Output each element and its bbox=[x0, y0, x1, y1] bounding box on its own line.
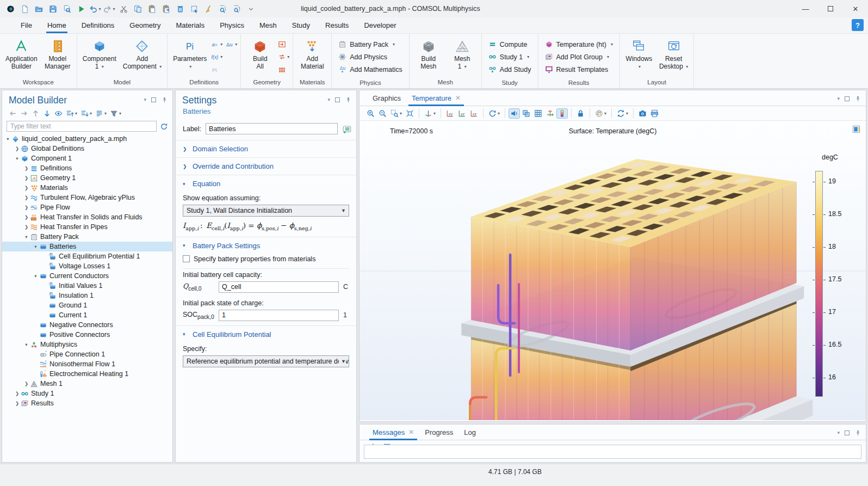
delete-button[interactable] bbox=[173, 2, 187, 16]
tree-item-global-definitions[interactable]: ❯ Global Definitions bbox=[2, 144, 172, 153]
tree-expander[interactable]: ❯ bbox=[14, 391, 21, 396]
nav-back-button[interactable] bbox=[8, 108, 18, 119]
open-button[interactable] bbox=[32, 2, 45, 16]
ribbon-model-manager-button[interactable]: ModelManager bbox=[41, 35, 75, 78]
show-button[interactable] bbox=[53, 108, 64, 119]
tree-item-electrochemical-heating-1[interactable]: *Electrochemical Heating 1 bbox=[2, 369, 172, 379]
panel-float-icon[interactable] bbox=[335, 97, 340, 102]
panel-menu-icon[interactable]: ▾ bbox=[144, 97, 146, 102]
close-button[interactable]: ✕ bbox=[843, 0, 868, 17]
messages-output-box[interactable] bbox=[364, 445, 861, 459]
new-button[interactable] bbox=[18, 2, 31, 16]
tree-item-initial-values-1[interactable]: DInitial Values 1 bbox=[2, 281, 172, 291]
panel-menu-icon[interactable]: ▾ bbox=[327, 97, 330, 102]
print-button[interactable] bbox=[649, 108, 660, 119]
tree-expander[interactable]: ❯ bbox=[23, 381, 30, 386]
tree-item-heat-transfer-in-solids-and-fluids[interactable]: ❯ Heat Transfer in Solids and Fluids bbox=[2, 212, 172, 222]
ribbon-study-1-button[interactable]: Study 1▾ bbox=[486, 51, 534, 63]
tree-expander[interactable]: ❯ bbox=[23, 165, 30, 171]
tree-expander[interactable]: ❯ bbox=[14, 401, 21, 406]
tree-item-materials[interactable]: ❯ Materials bbox=[2, 183, 172, 193]
panel-menu-icon[interactable]: ▾ bbox=[837, 96, 840, 101]
tree-item-multiphysics[interactable]: ▾ Multiphysics bbox=[2, 340, 172, 349]
palette-button[interactable]: ▾ bbox=[593, 108, 608, 119]
move-down-button[interactable] bbox=[42, 108, 52, 119]
tree-item-definitions[interactable]: ❯ Definitions bbox=[2, 163, 172, 173]
snapshot-button[interactable] bbox=[637, 108, 648, 119]
panel-float-icon[interactable] bbox=[151, 97, 156, 102]
panel-float-icon[interactable] bbox=[845, 430, 850, 435]
tree-expander[interactable]: ❯ bbox=[23, 175, 30, 181]
messages-tab-progress[interactable]: Progress bbox=[419, 425, 458, 440]
tree-expander[interactable]: ▾ bbox=[23, 342, 30, 347]
ribbon-gupdate-button[interactable]: ▾ bbox=[278, 53, 289, 61]
save-button[interactable] bbox=[46, 2, 59, 16]
ribbon-application-builder-button[interactable]: ApplicationBuilder bbox=[2, 35, 41, 78]
capacity-input[interactable] bbox=[219, 281, 339, 293]
menu-mesh[interactable]: Mesh bbox=[252, 17, 284, 33]
collapse-refresh-button[interactable] bbox=[160, 122, 168, 130]
panel-pin-icon[interactable] bbox=[854, 429, 861, 436]
zoom-box-button[interactable]: ▾ bbox=[389, 108, 404, 119]
overflow-button[interactable] bbox=[244, 2, 257, 16]
filter-button[interactable]: ▾ bbox=[109, 108, 122, 119]
label-input[interactable] bbox=[206, 123, 338, 134]
panel-pin-icon[interactable] bbox=[161, 96, 168, 103]
tree-item-study-1[interactable]: ❯ Study 1 bbox=[2, 389, 172, 398]
tree-item-turbulent-flow-algebraic-yplus[interactable]: ❯ Turbulent Flow, Algebraic yPlus bbox=[2, 193, 172, 202]
grid-button[interactable] bbox=[532, 108, 544, 119]
menu-study[interactable]: Study bbox=[284, 17, 318, 33]
find-button[interactable] bbox=[216, 2, 229, 16]
ribbon-add-physics-button[interactable]: Add Physics bbox=[336, 51, 405, 63]
ribbon-add-study-button[interactable]: Add Study bbox=[486, 63, 534, 76]
app-logo-button[interactable] bbox=[4, 2, 17, 16]
graphics-viewport[interactable]: Time=72000 s Surface: Temperature (degC) bbox=[359, 121, 866, 420]
ribbon-windows--button[interactable]: Windows ▾ bbox=[622, 35, 656, 78]
tree-expander[interactable]: ▾ bbox=[32, 273, 39, 279]
messages-tab-messages[interactable]: Messages✕ bbox=[367, 425, 419, 440]
tree-item-mesh-1[interactable]: ❯ Mesh 1 bbox=[2, 379, 172, 389]
menu-home[interactable]: Home bbox=[40, 17, 74, 33]
redo-button[interactable]: ▾ bbox=[103, 2, 116, 16]
cut-button[interactable] bbox=[117, 2, 130, 16]
ribbon-mesh-1-button[interactable]: Mesh1 ▾ bbox=[445, 35, 479, 78]
view-xz-button[interactable]: xz bbox=[468, 108, 480, 119]
tree-expander[interactable]: ❯ bbox=[23, 185, 30, 190]
maximize-button[interactable] bbox=[818, 0, 843, 17]
tree-item-pipe-connection-1[interactable]: *Pipe Connection 1 bbox=[2, 349, 172, 359]
ribbon-gimport-button[interactable] bbox=[278, 40, 286, 48]
ribbon-txt-a-button[interactable]: a=▾ bbox=[211, 40, 222, 48]
tree-item-batteries[interactable]: ▾ Batteries bbox=[2, 242, 172, 251]
tree-expander[interactable]: ❯ bbox=[23, 214, 30, 220]
axes-button[interactable] bbox=[544, 108, 556, 119]
view-yz-button[interactable]: yz bbox=[456, 108, 468, 119]
sound-button[interactable] bbox=[509, 108, 520, 119]
zoom-in-button[interactable] bbox=[365, 108, 376, 119]
panel-menu-icon[interactable]: ▾ bbox=[837, 430, 840, 435]
tree-item-current-1[interactable]: Current 1 bbox=[2, 310, 172, 320]
close-tab-icon[interactable]: ✕ bbox=[408, 428, 414, 436]
view-xy-button[interactable]: xy bbox=[444, 108, 456, 119]
ribbon-result-templates-button[interactable]: Result Templates bbox=[543, 63, 615, 76]
color-legend-button[interactable] bbox=[556, 108, 568, 119]
panel-pin-icon[interactable] bbox=[345, 96, 352, 103]
paste-special-button[interactable] bbox=[159, 2, 172, 16]
specify-from-materials-checkbox[interactable] bbox=[183, 255, 190, 262]
tree-filter-input[interactable] bbox=[7, 121, 157, 132]
tree-item-heat-transfer-in-pipes[interactable]: ❯ Heat Transfer in Pipes bbox=[2, 222, 172, 232]
update-button[interactable]: ▾ bbox=[615, 108, 630, 119]
undo-button[interactable]: ▾ bbox=[89, 2, 102, 16]
copy-button[interactable] bbox=[131, 2, 144, 16]
paste-button[interactable] bbox=[145, 2, 158, 16]
expand-all-button[interactable]: ▾ bbox=[65, 108, 78, 119]
section-override-contribution[interactable]: ❯ Override and Contribution bbox=[176, 158, 356, 175]
nav-forward-button[interactable] bbox=[19, 108, 29, 119]
tree-item-nonisothermal-flow-1[interactable]: *Nonisothermal Flow 1 bbox=[2, 359, 172, 369]
lock-button[interactable] bbox=[575, 108, 586, 119]
menu-physics[interactable]: Physics bbox=[212, 17, 252, 33]
graphics-tab-temperature[interactable]: Temperature✕ bbox=[406, 90, 466, 106]
tree-item-battery-pack[interactable]: ▾ Battery Pack bbox=[2, 232, 172, 242]
tree-item-pipe-flow[interactable]: ❯ Pipe Flow bbox=[2, 202, 172, 212]
tree-item-liquid-cooled-battery-pack-a-mph[interactable]: ▾ liquid_cooled_battery_pack_a.mph bbox=[2, 134, 172, 144]
section-battery-pack-settings[interactable]: ▾ Battery Pack Settings bbox=[176, 237, 356, 254]
